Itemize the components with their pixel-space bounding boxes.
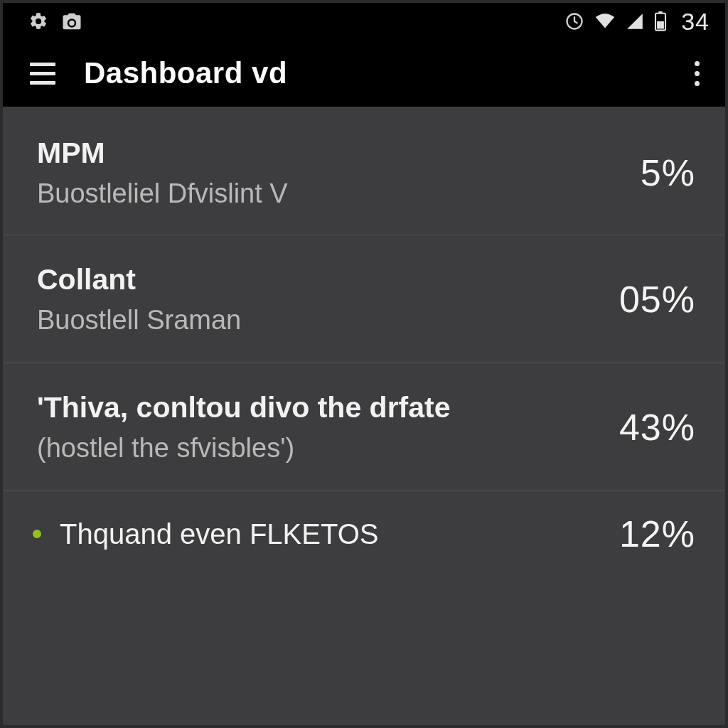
list-item-title: 'Thiva, conltou divo the drfate [37, 391, 602, 424]
signal-icon [626, 13, 644, 30]
svg-rect-3 [657, 21, 664, 29]
list-item-subtitle: Buostleliel Dfvislint V [37, 178, 623, 209]
menu-button[interactable] [30, 63, 55, 85]
list-item-title: Collant [37, 263, 602, 296]
list-item-title: Thquand even FLKETOS [60, 518, 602, 550]
camera-icon [61, 11, 82, 32]
list-item-value: 5% [641, 151, 695, 194]
list-item-subtitle: (hostlel the sfvisbles') [37, 433, 602, 464]
status-right-icons: 34 [564, 8, 710, 36]
list-item-value: 05% [619, 278, 695, 321]
battery-icon [654, 11, 667, 31]
app-bar: Dashboard vd [3, 40, 725, 107]
list-item-value: 43% [619, 406, 695, 449]
status-battery-text: 34 [681, 8, 710, 36]
list-item-value: 12% [619, 513, 695, 555]
status-dot-icon [33, 530, 41, 538]
svg-rect-2 [658, 11, 663, 14]
list-item[interactable]: Thquand even FLKETOS 12% [3, 491, 725, 577]
screen: 34 Dashboard vd MPM Buostleliel Dfvislin… [0, 0, 728, 728]
status-bar: 34 [3, 3, 725, 40]
overflow-menu-button[interactable] [687, 54, 707, 93]
list-item[interactable]: 'Thiva, conltou divo the drfate (hostlel… [3, 363, 725, 491]
dashboard-list: MPM Buostleliel Dfvislint V 5% Collant B… [3, 107, 725, 725]
list-item-subtitle: Buostlell Sraman [37, 305, 602, 336]
sync-icon [564, 11, 584, 31]
list-item-title: MPM [37, 136, 623, 170]
wifi-icon [594, 13, 616, 30]
gear-icon [28, 11, 48, 31]
list-item[interactable]: MPM Buostleliel Dfvislint V 5% [3, 107, 725, 235]
status-left-icons [28, 11, 82, 32]
page-title: Dashboard vd [84, 56, 287, 90]
list-item[interactable]: Collant Buostlell Sraman 05% [3, 235, 725, 363]
